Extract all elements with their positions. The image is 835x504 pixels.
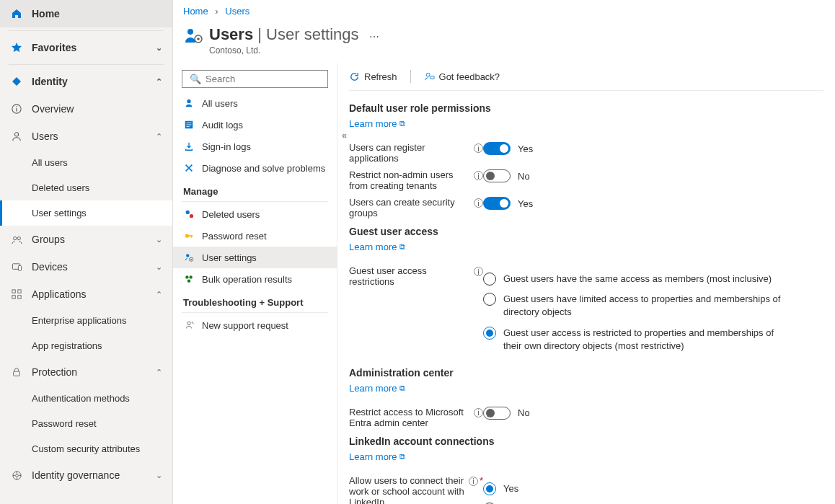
sidebar-item-overview[interactable]: Overview: [0, 95, 172, 123]
collapse-menu-button[interactable]: «: [342, 131, 347, 141]
deleted-users-icon: [183, 208, 195, 220]
more-button[interactable]: ⋯: [369, 31, 379, 43]
governance-icon: [10, 469, 23, 482]
identity-icon: [10, 75, 23, 88]
command-bar: Refresh Got feedback?: [349, 63, 823, 91]
search-input[interactable]: [206, 74, 327, 84]
breadcrumb-home[interactable]: Home: [183, 6, 208, 17]
radio-guest-option-2[interactable]: Guest user access is restricted to prope…: [483, 327, 786, 353]
setting-label: Restrict non-admin users from creating t…: [349, 169, 469, 191]
menu-user-settings[interactable]: User settings: [173, 247, 337, 268]
sidebar-item-identity-governance[interactable]: Identity governance ⌄: [0, 461, 172, 489]
chevron-up-icon: ⌃: [156, 77, 162, 87]
key-icon: [183, 230, 195, 242]
sidebar-item-deleted-users[interactable]: Deleted users: [0, 175, 172, 200]
main-sidebar: Home Favorites ⌄ Identity ⌃ Overview Use…: [0, 0, 173, 504]
radio-linkedin-option-0[interactable]: Yes: [483, 482, 786, 495]
menu-section-troubleshoot: Troubleshooting + Support: [173, 290, 337, 311]
svg-point-22: [197, 37, 200, 40]
toggle-restrict-tenants[interactable]: [483, 169, 511, 182]
sidebar-item-app-registrations[interactable]: App registrations: [0, 333, 172, 358]
svg-point-40: [426, 73, 430, 76]
learn-more-link[interactable]: Learn more⧉: [349, 451, 405, 462]
section-header-linkedin: LinkedIn account connections: [349, 436, 823, 447]
radio-icon: [483, 482, 496, 495]
menu-audit-logs[interactable]: Audit logs: [173, 114, 337, 136]
svg-point-23: [187, 100, 190, 103]
sidebar-item-enterprise-apps[interactable]: Enterprise applications: [0, 308, 172, 333]
sidebar-item-devices[interactable]: Devices ⌄: [0, 253, 172, 280]
info-icon[interactable]: i: [474, 171, 483, 180]
toggle-value: Yes: [518, 198, 533, 209]
radio-guest-option-1[interactable]: Guest users have limited access to prope…: [483, 293, 786, 319]
users-settings-icon: [183, 25, 203, 45]
info-icon[interactable]: i: [474, 267, 483, 276]
info-icon[interactable]: i: [474, 198, 483, 208]
menu-diagnose[interactable]: Diagnose and solve problems: [173, 157, 337, 179]
svg-rect-10: [18, 290, 21, 293]
content-pane: Refresh Got feedback? Default user role …: [337, 63, 835, 504]
menu-password-reset[interactable]: Password reset: [173, 225, 337, 247]
sidebar-label: Overview: [32, 103, 74, 115]
learn-more-link[interactable]: Learn more⧉: [349, 118, 405, 129]
external-icon: ⧉: [399, 384, 405, 393]
sidebar-item-password-reset[interactable]: Password reset: [0, 411, 172, 436]
radio-label: Guest user access is restricted to prope…: [503, 327, 786, 353]
button-label: Refresh: [364, 71, 397, 82]
menu-bulk-ops[interactable]: Bulk operation results: [173, 268, 337, 290]
radio-label: Guest users have limited access to prope…: [503, 293, 786, 319]
feedback-button[interactable]: Got feedback?: [424, 71, 500, 82]
breadcrumb-users[interactable]: Users: [225, 6, 249, 17]
setting-label: Allow users to connect their work or sch…: [349, 475, 464, 504]
chevron-up-icon: ⌃: [156, 368, 162, 377]
menu-new-support[interactable]: New support request: [173, 314, 337, 336]
menu-deleted-users[interactable]: Deleted users: [173, 203, 337, 225]
svg-point-29: [190, 214, 193, 218]
info-icon[interactable]: i: [469, 477, 478, 486]
svg-marker-0: [12, 77, 21, 86]
sidebar-item-all-users[interactable]: All users: [0, 150, 172, 175]
svg-point-20: [187, 29, 193, 35]
svg-point-30: [185, 234, 189, 237]
svg-rect-11: [12, 296, 15, 299]
sidebar-item-user-settings[interactable]: User settings: [0, 200, 172, 226]
radio-guest-option-0[interactable]: Guest users have the same access as memb…: [483, 273, 786, 286]
menu-signin-logs[interactable]: Sign-in logs: [173, 136, 337, 157]
toggle-restrict-admin[interactable]: [483, 407, 511, 420]
breadcrumb: Home › Users: [173, 0, 835, 22]
svg-point-3: [16, 106, 17, 107]
groups-icon: [10, 233, 23, 246]
sidebar-item-custom-security[interactable]: Custom security attributes: [0, 436, 172, 461]
sidebar-label: Home: [32, 8, 60, 19]
refresh-button[interactable]: Refresh: [349, 71, 397, 82]
sidebar-item-favorites[interactable]: Favorites ⌄: [0, 34, 172, 61]
svg-point-35: [190, 259, 192, 260]
learn-more-link[interactable]: Learn more⧉: [349, 242, 405, 252]
sidebar-item-identity[interactable]: Identity ⌃: [0, 68, 172, 95]
menu-label: Sign-in logs: [202, 141, 251, 152]
chevron-up-icon: ⌃: [156, 132, 162, 141]
svg-point-28: [186, 211, 190, 214]
toggle-create-groups[interactable]: [483, 197, 511, 210]
setting-label: Restrict access to Microsoft Entra admin…: [349, 407, 469, 428]
info-icon[interactable]: i: [474, 408, 483, 417]
sidebar-item-applications[interactable]: Applications ⌃: [0, 280, 172, 308]
sidebar-item-groups[interactable]: Groups ⌄: [0, 226, 172, 253]
chevron-down-icon: ⌄: [156, 43, 162, 53]
learn-more-link[interactable]: Learn more⧉: [349, 383, 405, 394]
menu-all-users[interactable]: All users: [173, 92, 337, 114]
search-box[interactable]: 🔍: [182, 70, 328, 88]
sidebar-item-auth-methods[interactable]: Authentication methods: [0, 386, 172, 411]
sidebar-item-protection[interactable]: Protection ⌃: [0, 358, 172, 386]
logs-icon: [183, 119, 195, 131]
sidebar-label: Identity governance: [32, 469, 120, 481]
menu-label: Diagnose and solve problems: [202, 163, 325, 174]
menu-label: Deleted users: [202, 209, 260, 220]
info-icon[interactable]: i: [474, 143, 483, 153]
bulk-icon: [183, 273, 195, 285]
page-title-bold: Users: [209, 25, 253, 43]
external-icon: ⧉: [399, 119, 405, 128]
sidebar-item-users[interactable]: Users ⌃: [0, 123, 172, 150]
sidebar-item-home[interactable]: Home: [0, 0, 172, 27]
toggle-register-apps[interactable]: [483, 142, 511, 155]
